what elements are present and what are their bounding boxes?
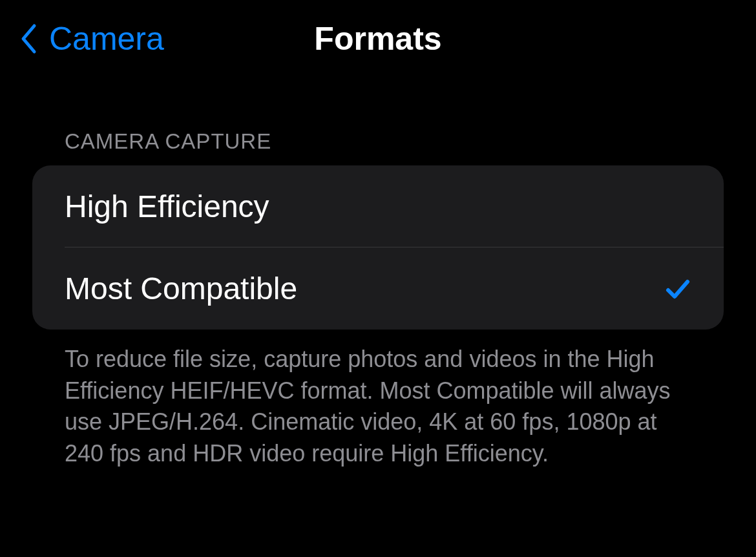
option-label: High Efficiency xyxy=(65,189,269,224)
page-title: Formats xyxy=(314,20,441,58)
chevron-left-icon xyxy=(19,23,37,54)
back-label: Camera xyxy=(49,20,164,58)
option-most-compatible[interactable]: Most Compatible xyxy=(32,247,724,330)
content-area: CAMERA CAPTURE High Efficiency Most Comp… xyxy=(0,129,756,469)
back-button[interactable]: Camera xyxy=(19,20,164,58)
option-label: Most Compatible xyxy=(65,271,297,306)
options-list: High Efficiency Most Compatible xyxy=(32,165,724,330)
section-footer: To reduce file size, capture photos and … xyxy=(32,330,724,469)
navigation-header: Camera Formats xyxy=(0,0,756,78)
checkmark-icon xyxy=(664,275,691,302)
section-header: CAMERA CAPTURE xyxy=(32,129,724,154)
option-high-efficiency[interactable]: High Efficiency xyxy=(32,165,724,247)
